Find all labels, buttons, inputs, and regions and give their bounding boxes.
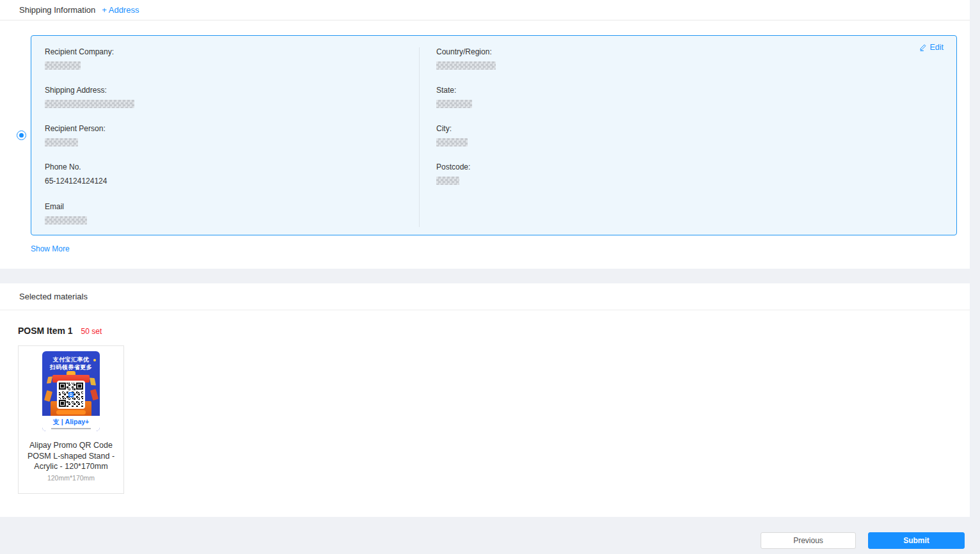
- edit-address-button[interactable]: Edit: [919, 43, 944, 52]
- posm-item-title: POSM Item 1: [18, 326, 73, 336]
- field-label: Country/Region:: [436, 47, 956, 57]
- product-name: Alipay Promo QR Code POSM L-shaped Stand…: [26, 440, 116, 472]
- selected-materials-panel: Selected materials POSM Item 1 50 set 支付…: [0, 283, 970, 517]
- materials-title: Selected materials: [19, 292, 88, 301]
- materials-panel-header: Selected materials: [0, 283, 970, 310]
- footer-action-bar: Previous Submit: [0, 517, 980, 554]
- field-recipient-person: Recipient Person:: [45, 124, 419, 146]
- alipay-cn-mark: 支: [53, 418, 59, 425]
- previous-button[interactable]: Previous: [761, 532, 856, 549]
- confetti-shape: [90, 378, 96, 386]
- product-card[interactable]: 支付宝汇率优 扫码领券省更多 支 | Alipay+ Alipay Promo: [18, 345, 124, 494]
- product-size: 120mm*170mm: [19, 474, 123, 482]
- field-label: Recipient Company:: [45, 47, 419, 57]
- redacted-value: [436, 138, 468, 146]
- shipping-panel: Shipping Information + Address Edit Reci…: [0, 0, 970, 269]
- shipping-title: Shipping Information: [19, 5, 95, 15]
- qr-banner-ribbon: [56, 410, 86, 415]
- address-radio[interactable]: [17, 131, 26, 140]
- redacted-value: [45, 138, 78, 146]
- poster-footer: 支 | Alipay+: [42, 416, 100, 431]
- field-label: Email: [45, 202, 419, 212]
- field-phone: Phone No. 65-124124124124: [45, 162, 419, 186]
- redacted-value: [436, 177, 459, 185]
- redacted-value: [436, 100, 472, 108]
- address-card[interactable]: Edit Recipient Company: Shipping Address…: [31, 35, 957, 235]
- field-postcode: Postcode:: [436, 162, 956, 185]
- field-label: Shipping Address:: [45, 86, 419, 95]
- poster-headline: 支付宝汇率优 扫码领券省更多: [42, 351, 100, 371]
- address-left-column: Recipient Company: Shipping Address: Rec…: [31, 47, 419, 235]
- field-shipping-address: Shipping Address:: [45, 86, 419, 108]
- field-state: State:: [436, 86, 956, 108]
- address-row: Edit Recipient Company: Shipping Address…: [0, 35, 970, 235]
- posm-item-quantity: 50 set: [81, 327, 102, 336]
- field-recipient-company: Recipient Company:: [45, 47, 419, 70]
- address-right-column: Country/Region: State: City: Postcode:: [420, 47, 956, 235]
- add-address-button[interactable]: + Address: [102, 5, 139, 15]
- field-label: State:: [436, 86, 956, 95]
- submit-button[interactable]: Submit: [868, 532, 965, 549]
- field-label: Recipient Person:: [45, 124, 419, 134]
- alipay-brand-text: Alipay+: [65, 418, 90, 425]
- qr-code-pattern: [59, 383, 83, 407]
- product-poster-image: 支付宝汇率优 扫码领券省更多 支 | Alipay+: [42, 351, 100, 431]
- phone-value: 65-124124124124: [45, 177, 419, 186]
- field-city: City:: [436, 124, 956, 146]
- field-label: Phone No.: [45, 162, 419, 172]
- edit-label: Edit: [929, 43, 944, 52]
- confetti-shape: [47, 376, 52, 383]
- show-more-link[interactable]: Show More: [31, 244, 70, 253]
- poster-headline-line2: 扫码领券省更多: [42, 363, 100, 371]
- field-label: City:: [436, 124, 956, 134]
- redacted-value: [436, 61, 496, 70]
- redacted-value: [45, 100, 134, 108]
- poster-headline-line1: 支付宝汇率优: [42, 356, 100, 363]
- field-country-region: Country/Region:: [436, 47, 956, 70]
- radio-dot-icon: [19, 133, 24, 138]
- confetti-shape: [90, 389, 99, 400]
- confetti-shape: [93, 359, 96, 361]
- redacted-value: [45, 61, 81, 70]
- field-label: Postcode:: [436, 162, 956, 172]
- qr-code: [57, 381, 85, 409]
- shipping-panel-header: Shipping Information + Address: [0, 0, 970, 20]
- confetti-shape: [44, 390, 52, 402]
- field-email: Email: [45, 202, 419, 225]
- redacted-value: [45, 216, 87, 225]
- pencil-edit-icon: [919, 44, 927, 51]
- alipay-plus-logo: 支 | Alipay+: [42, 418, 100, 426]
- posm-item-header: POSM Item 1 50 set: [18, 326, 970, 336]
- poster-fine-print: [51, 428, 91, 429]
